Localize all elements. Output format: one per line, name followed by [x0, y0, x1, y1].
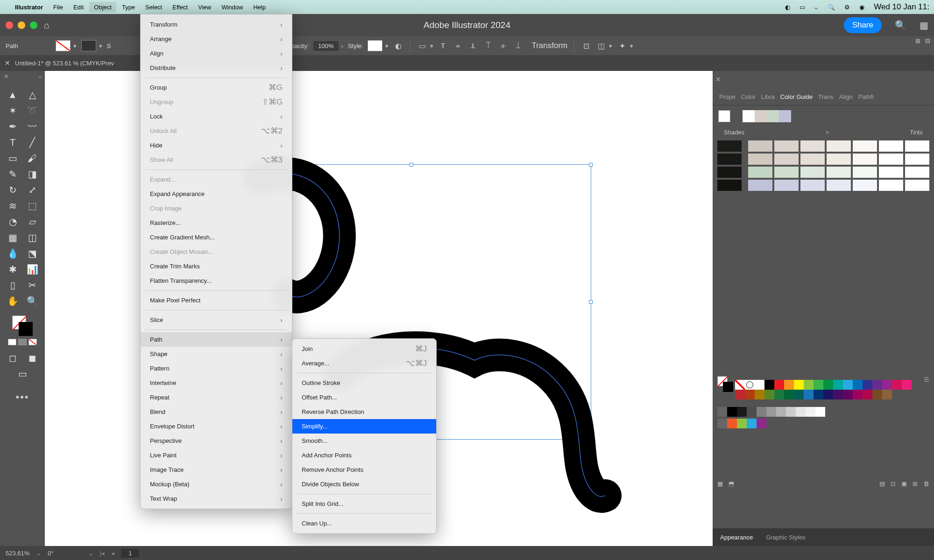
submenu-item[interactable]: Clean Up... — [292, 516, 436, 531]
menu-item[interactable]: Repeat› — [141, 390, 292, 405]
tab-pathfinder[interactable]: Pathfi — [858, 93, 874, 100]
lasso-tool[interactable]: ➰ — [22, 103, 42, 119]
first-artboard-icon[interactable]: |◂ — [100, 550, 105, 557]
style-swatch[interactable] — [368, 40, 382, 51]
menu-item[interactable]: Expand Appearance — [141, 187, 292, 201]
minimize-window-button[interactable] — [18, 21, 25, 29]
align-bottom-icon[interactable]: ⟘ — [513, 41, 523, 51]
style-dropdown-icon[interactable]: ▾ — [385, 42, 389, 49]
submenu-item[interactable]: Average...⌥⌘J — [292, 356, 436, 371]
mesh-tool[interactable]: ▦ — [3, 230, 22, 245]
rectangle-tool[interactable]: ▭ — [3, 150, 22, 166]
hand-tool[interactable]: ✋ — [3, 293, 22, 309]
menu-item[interactable]: Path› — [141, 332, 292, 347]
menu-item[interactable]: Envelope Distort› — [141, 419, 292, 434]
menu-window[interactable]: Window — [221, 4, 243, 11]
column-graph-tool[interactable]: 📊 — [22, 261, 42, 277]
menu-item[interactable]: Lock› — [141, 109, 292, 124]
align-left-icon[interactable]: ⫪ — [438, 41, 448, 51]
zoom-tool[interactable]: 🔍 — [22, 293, 42, 309]
selection-tool[interactable]: ▲ — [3, 87, 22, 103]
isolate-icon[interactable]: ⊡ — [581, 41, 591, 51]
free-transform-tool[interactable]: ⬚ — [22, 198, 42, 214]
new-color-group-icon[interactable]: ▣ — [901, 480, 907, 487]
spotlight-icon[interactable]: 🔍 — [828, 4, 835, 11]
menu-item[interactable]: Image Trace› — [141, 462, 292, 477]
control-center-icon[interactable]: ⚙ — [844, 4, 850, 11]
menu-help[interactable]: Help — [253, 4, 266, 11]
shape-builder-tool[interactable]: ◔ — [3, 214, 22, 230]
tab-color-guide[interactable]: Color Guide — [780, 93, 813, 100]
menu-item[interactable]: Distribute› — [141, 61, 292, 75]
panel-close-icon[interactable]: ✕ — [715, 76, 721, 83]
none-mode-icon[interactable] — [28, 339, 37, 345]
ai-icon[interactable]: ✦ — [617, 41, 627, 51]
submenu-item[interactable]: Join⌘J — [292, 342, 436, 356]
menu-item[interactable]: Make Pixel Perfect — [141, 293, 292, 308]
submenu-item[interactable]: Add Anchor Points — [292, 448, 436, 462]
submenu-item[interactable]: Simplify... — [292, 419, 436, 434]
fill-stroke-control[interactable] — [12, 315, 33, 336]
base-color-swatch[interactable] — [718, 110, 730, 122]
align-right-icon[interactable]: ⫫ — [468, 41, 478, 51]
menu-item[interactable]: Text Wrap› — [141, 491, 292, 506]
blend-tool[interactable]: ⬔ — [22, 245, 42, 261]
artboard-tool[interactable]: ▯ — [3, 277, 22, 293]
eraser-tool[interactable]: ◨ — [22, 166, 42, 182]
draw-behind-icon[interactable]: ◼ — [22, 350, 42, 366]
menu-item[interactable]: Blend› — [141, 405, 292, 419]
submenu-item[interactable]: Smooth... — [292, 434, 436, 448]
tab-align[interactable]: Align — [839, 93, 853, 100]
stroke-label-link[interactable]: S — [107, 42, 111, 49]
opacity-dropdown-icon[interactable]: › — [341, 42, 343, 49]
line-tool[interactable]: ╱ — [22, 134, 42, 150]
app-name[interactable]: Illustrator — [15, 4, 43, 11]
width-tool[interactable]: ≋ — [3, 198, 22, 214]
submenu-item[interactable]: Divide Objects Below — [292, 477, 436, 491]
menu-item[interactable]: Hide› — [141, 138, 292, 153]
perspective-tool[interactable]: ▱ — [22, 214, 42, 230]
essentials-icon[interactable]: ⊞ — [915, 37, 920, 44]
new-swatch-icon[interactable]: ⊞ — [913, 480, 918, 487]
panel-close-icon[interactable]: ✕ — [4, 73, 9, 80]
menu-item[interactable]: Transform› — [141, 17, 292, 32]
menu-item[interactable]: Mockup (Beta)› — [141, 477, 292, 491]
submenu-item[interactable]: Split Into Grid... — [292, 497, 436, 511]
crop-icon[interactable]: ◫ — [596, 41, 606, 51]
menu-effect[interactable]: Effect — [172, 4, 188, 11]
maximize-window-button[interactable] — [30, 21, 37, 29]
menu-item[interactable]: Align› — [141, 46, 292, 61]
menubar-datetime[interactable]: Wed 10 Jan 11: — [874, 2, 929, 12]
home-icon[interactable]: ⌂ — [44, 20, 50, 31]
pen-tool[interactable]: ✒ — [3, 119, 22, 134]
share-button[interactable]: Share — [844, 17, 882, 33]
fill-swatch[interactable] — [56, 40, 71, 51]
color-group-row[interactable] — [717, 419, 929, 428]
swatch-libraries-icon[interactable]: ▦ — [717, 480, 723, 487]
color-mode-icon[interactable] — [8, 339, 16, 345]
menu-item[interactable]: Create Trim Marks — [141, 259, 292, 273]
menu-item[interactable]: Rasterize... — [141, 216, 292, 230]
align-hcenter-icon[interactable]: ⫨ — [453, 41, 463, 51]
artboard-number[interactable]: 1 — [121, 549, 139, 558]
align-vcenter-icon[interactable]: ⟛ — [498, 41, 508, 51]
document-tab[interactable]: Untitled-1* @ 523.61 % (CMYK/Prev — [15, 60, 114, 67]
stroke-dropdown-icon[interactable]: ▾ — [99, 42, 102, 49]
tab-close-icon[interactable]: ✕ — [5, 59, 10, 67]
show-kinds-icon[interactable]: ▤ — [879, 480, 885, 487]
shaper-tool[interactable]: ✎ — [3, 166, 22, 182]
arrange-docs-icon[interactable]: ▦ — [920, 20, 928, 31]
direct-selection-tool[interactable]: △ — [22, 87, 42, 103]
fill-dropdown-icon[interactable]: ▾ — [73, 42, 77, 49]
close-window-button[interactable] — [6, 21, 13, 29]
tab-color[interactable]: Color — [741, 93, 756, 100]
menu-item[interactable]: Live Paint› — [141, 448, 292, 462]
battery-icon[interactable]: ▭ — [800, 4, 805, 11]
siri-icon[interactable]: ◉ — [859, 4, 864, 11]
align-top-icon[interactable]: ⟙ — [483, 41, 493, 51]
recolor-icon[interactable]: ◐ — [393, 41, 403, 51]
menu-item[interactable]: Pattern› — [141, 361, 292, 376]
stroke-swatch[interactable] — [81, 40, 96, 51]
opacity-value[interactable]: 100% — [313, 41, 338, 51]
swatch-view-icon[interactable]: ☰ — [924, 376, 929, 383]
